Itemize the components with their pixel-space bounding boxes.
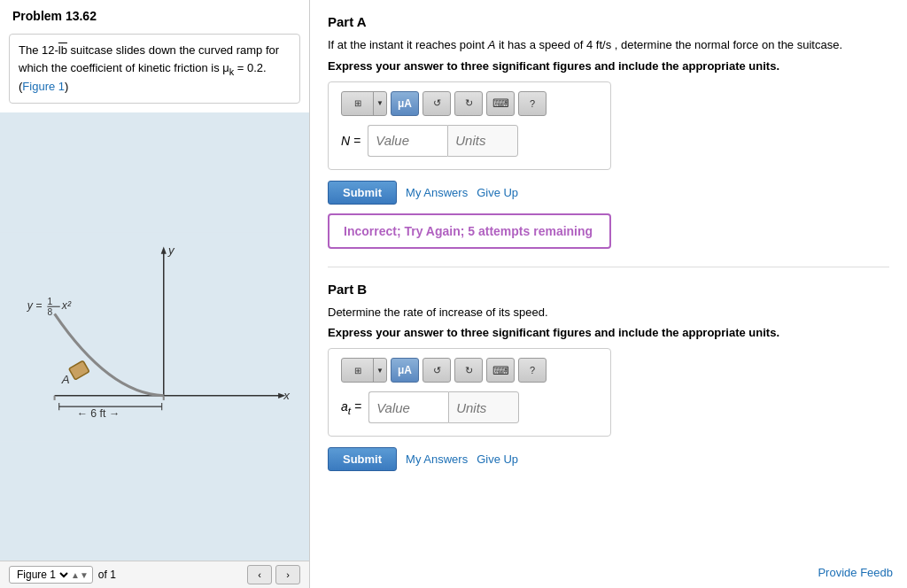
problem-title: Problem 13.62 [0,0,309,28]
left-panel: Problem 13.62 The 12-lb suitcase slides … [0,0,310,588]
undo-icon-b: ↺ [433,365,441,376]
keyboard-button-a[interactable]: ⌨ [486,91,515,116]
figure-of-label: of 1 [98,569,116,581]
matrix-dropdown-b: ▼ [374,359,386,382]
svg-text:8: 8 [47,307,52,317]
mu-button-a[interactable]: μA [391,91,419,116]
part-b-submit-row: Submit My Answers Give Up [328,447,889,471]
matrix-icon-a: ⊞ [342,92,374,115]
part-a-value-input[interactable] [368,125,447,157]
part-b-input-row: at = [341,391,598,423]
part-a-units-input[interactable] [447,125,518,157]
matrix-icon-b: ⊞ [342,359,374,382]
matrix-button-b[interactable]: ⊞ ▼ [341,358,387,383]
svg-rect-0 [0,232,309,441]
nav-arrows: ‹ › [247,565,300,584]
part-a-my-answers-link[interactable]: My Answers [406,186,468,199]
part-a-input-row: N = [341,125,598,157]
svg-text:← 6 ft →: ← 6 ft → [77,407,120,420]
help-button-a[interactable]: ? [518,91,547,116]
undo-button-a[interactable]: ↺ [422,91,451,116]
keyboard-button-b[interactable]: ⌨ [486,358,515,383]
undo-icon-a: ↺ [433,97,441,109]
part-b-toolbar: ⊞ ▼ μA ↺ ↻ ⌨ ? [341,358,598,383]
redo-icon-b: ↻ [465,365,473,376]
next-figure-button[interactable]: › [275,565,300,584]
part-b-my-answers-link[interactable]: My Answers [406,453,468,466]
part-a-header: Part A [328,14,889,29]
keyboard-icon-a: ⌨ [492,97,509,110]
mu-button-b[interactable]: μA [391,358,419,383]
part-b-instruction: Express your answer to three significant… [328,326,889,339]
part-b-input-label: at = [341,399,361,416]
right-panel: Part A If at the instant it reaches poin… [310,0,907,588]
svg-text:1: 1 [47,297,52,306]
part-a-instruction: Express your answer to three significant… [328,59,889,73]
svg-text:y: y [167,244,175,257]
figure-controls: Figure 1 ▲▼ of 1 ‹ › [0,561,309,588]
part-b-header: Part B [328,282,889,297]
keyboard-icon-b: ⌨ [492,364,509,377]
part-b-give-up-link[interactable]: Give Up [477,453,518,466]
help-icon-b: ? [530,365,535,375]
part-a-answer-box: ⊞ ▼ μA ↺ ↻ ⌨ ? [328,81,611,170]
problem-description: The 12-lb suitcase slides down the curve… [9,34,300,104]
matrix-dropdown-a: ▼ [374,92,386,115]
section-divider [328,267,889,267]
figure-select[interactable]: Figure 1 [13,568,71,582]
figure-link[interactable]: Figure 1 [22,80,65,93]
svg-text:A: A [61,373,70,386]
redo-button-a[interactable]: ↻ [454,91,483,116]
prev-figure-button[interactable]: ‹ [247,565,272,584]
svg-text:x²: x² [61,299,72,312]
figure-select-wrapper[interactable]: Figure 1 ▲▼ [9,566,93,584]
svg-text:y =: y = [27,299,43,312]
provide-feedback-link[interactable]: Provide Feedb [818,566,893,579]
svg-text:x: x [283,389,291,402]
matrix-button-a[interactable]: ⊞ ▼ [341,91,387,116]
part-a-toolbar: ⊞ ▼ μA ↺ ↻ ⌨ ? [341,91,598,116]
part-a-submit-row: Submit My Answers Give Up [328,181,889,205]
mu-label-b: μA [398,364,412,376]
redo-icon-a: ↻ [465,97,473,109]
part-b-section: Part B Determine the rate of increase of… [328,282,889,472]
undo-button-b[interactable]: ↺ [422,358,451,383]
incorrect-banner: Incorrect; Try Again; 5 attempts remaini… [328,213,611,249]
redo-button-b[interactable]: ↻ [454,358,483,383]
part-b-submit-button[interactable]: Submit [328,447,397,471]
part-a-description: If at the instant it reaches point A it … [328,36,889,54]
part-b-description: Determine the rate of increase of its sp… [328,304,889,321]
help-button-b[interactable]: ? [518,358,547,383]
mu-label-a: μA [398,97,412,110]
incorrect-message: Incorrect; Try Again; 5 attempts remaini… [344,224,593,238]
part-b-value-input[interactable] [368,391,448,423]
help-icon-a: ? [530,98,535,109]
figure-area: y x ← 6 ft → y = 1 [0,112,309,561]
part-b-units-input[interactable] [448,391,519,423]
part-a-section: Part A If at the instant it reaches poin… [328,14,889,249]
part-a-submit-button[interactable]: Submit [328,181,397,205]
figure-svg: y x ← 6 ft → y = 1 [0,112,309,561]
part-a-input-label: N = [341,134,360,148]
part-b-answer-box: ⊞ ▼ μA ↺ ↻ ⌨ ? [328,348,611,437]
part-a-give-up-link[interactable]: Give Up [477,186,518,199]
